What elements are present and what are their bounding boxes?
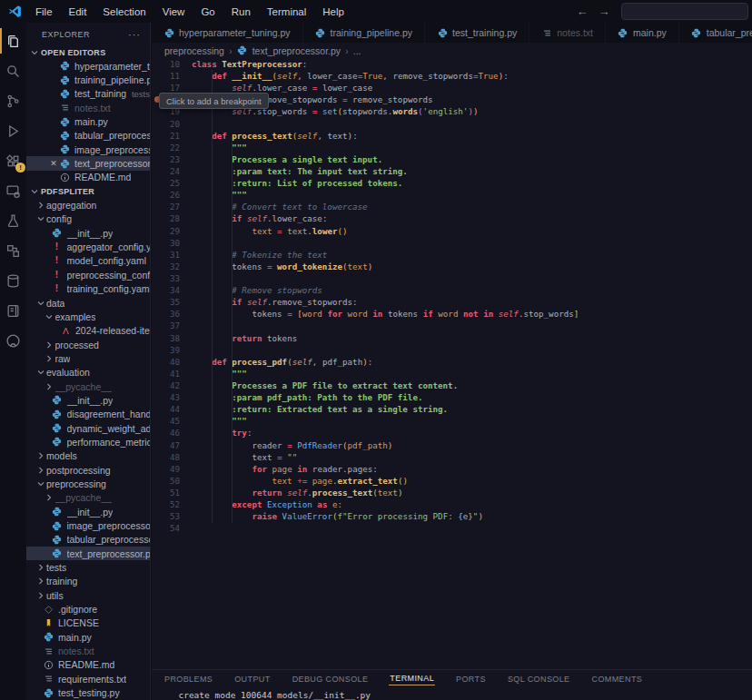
menu-file[interactable]: File	[27, 4, 61, 20]
menu-terminal[interactable]: Terminal	[259, 4, 314, 20]
line-number[interactable]: 28	[152, 213, 192, 223]
line-number[interactable]: 42	[152, 380, 192, 390]
tree-folder-evaluation[interactable]: evaluation	[26, 366, 150, 380]
code-line-21[interactable]: 21 def process_text(self, text):	[152, 130, 752, 142]
code-line-36[interactable]: 36 tokens = [word for word in tokens if …	[152, 308, 752, 320]
panel-tab-sql-console[interactable]: SQL CONSOLE	[507, 673, 571, 685]
folder-section-header[interactable]: PDFSPLITER	[26, 184, 150, 198]
remote-explorer-icon[interactable]	[0, 180, 26, 202]
open-editors-header[interactable]: OPEN EDITORS	[26, 45, 150, 59]
code-line-32[interactable]: 32 tokens = word_tokenize(text)	[152, 261, 752, 272]
line-number[interactable]: 40	[152, 357, 192, 367]
line-number[interactable]: 51	[152, 488, 192, 498]
code-line-52[interactable]: 52 except Exception as e:	[152, 498, 752, 510]
line-number[interactable]: 24	[152, 166, 192, 176]
line-number[interactable]: 54	[152, 523, 192, 533]
line-number[interactable]: 41	[152, 369, 192, 379]
code-line-49[interactable]: 49 for page in reader.pages:	[152, 463, 752, 475]
back-arrow-icon[interactable]: ←	[576, 5, 589, 18]
line-number[interactable]: 23	[152, 154, 192, 164]
code-line-35[interactable]: 35 if self.remove_stopwords:	[152, 296, 752, 308]
code-line-50[interactable]: 50 text += page.extract_text()	[152, 475, 752, 487]
breadcrumb-folder[interactable]: preprocessing	[164, 45, 224, 56]
tree-file-tabular_preprocessor.py[interactable]: tabular_preprocessor.py	[26, 533, 150, 547]
code-line-41[interactable]: 41 """	[152, 368, 752, 380]
tab-tabular_preprocessor.py[interactable]: tabular_preprocessor.py	[679, 23, 752, 43]
symbols-icon[interactable]	[0, 240, 26, 261]
github-icon[interactable]	[0, 330, 26, 351]
tab-main.py[interactable]: main.py	[606, 23, 679, 43]
code-line-40[interactable]: 40 def process_pdf(self, pdf_path):	[152, 356, 752, 368]
line-number[interactable]: 52	[152, 499, 192, 509]
code-line-31[interactable]: 31 # Tokenize the text	[152, 249, 752, 261]
line-number[interactable]: 38	[152, 333, 192, 343]
panel-tab-comments[interactable]: COMMENTS	[591, 673, 644, 685]
open-editor-item[interactable]: image_preprocesso...	[26, 143, 150, 156]
code-line-47[interactable]: 47 reader = PdfReader(pdf_path)	[152, 439, 752, 451]
open-editor-item[interactable]: test_training.pytests	[26, 87, 150, 101]
tree-file-README.md[interactable]: README.md	[26, 658, 150, 672]
line-number[interactable]: 31	[152, 250, 192, 260]
open-editor-item[interactable]: hyperparameter_tu...	[26, 59, 150, 73]
forward-arrow-icon[interactable]: →	[598, 5, 610, 18]
tree-folder-data[interactable]: data	[26, 296, 150, 310]
line-number[interactable]: 21	[152, 131, 192, 141]
code-line-54[interactable]: 54	[152, 522, 752, 534]
code-line-46[interactable]: 46 try:	[152, 427, 752, 439]
code-line-20[interactable]: 20	[152, 118, 752, 130]
extensions-icon[interactable]: !	[0, 150, 26, 172]
tree-folder-processed[interactable]: processed	[26, 338, 150, 351]
code-line-48[interactable]: 48 text = ""	[152, 451, 752, 463]
tree-folder-postprocessing[interactable]: postprocessing	[26, 463, 150, 477]
tree-file-main.py[interactable]: main.py	[26, 630, 150, 644]
panel-tab-debug-console[interactable]: DEBUG CONSOLE	[292, 673, 370, 685]
line-number[interactable]: 10	[152, 59, 192, 69]
tree-folder-examples[interactable]: examples	[26, 310, 150, 323]
line-number[interactable]: 33	[152, 273, 192, 283]
line-number[interactable]: 48	[152, 452, 192, 462]
run-debug-icon[interactable]	[0, 120, 26, 142]
code-line-10[interactable]: 10class TextPreprocessor:	[152, 58, 752, 70]
tree-folder-__pycache__[interactable]: __pycache__	[26, 491, 150, 505]
source-control-icon[interactable]	[0, 90, 26, 112]
code-line-22[interactable]: 22 """	[152, 142, 752, 153]
line-number[interactable]: 11	[152, 71, 192, 81]
tree-file-__init__.py[interactable]: __init__.py	[26, 505, 150, 518]
code-line-26[interactable]: 26 """	[152, 189, 752, 201]
tree-file-requirements.txt[interactable]: requirements.txt	[26, 672, 150, 685]
tree-file-performance_metrics.py[interactable]: performance_metrics.py	[26, 435, 150, 449]
menu-run[interactable]: Run	[223, 4, 259, 20]
line-number[interactable]: 39	[152, 345, 192, 355]
notebook-icon[interactable]	[0, 300, 26, 321]
tree-file-test_testing.py[interactable]: test_testing.py	[26, 685, 150, 699]
code-line-28[interactable]: 28 if self.lower_case:	[152, 212, 752, 224]
line-number[interactable]: 44	[152, 404, 192, 414]
code-editor[interactable]: 10class TextPreprocessor:11 def __init__…	[152, 58, 752, 670]
code-line-29[interactable]: 29 text = text.lower()	[152, 225, 752, 237]
code-line-37[interactable]: 37	[152, 320, 752, 331]
search-icon[interactable]	[0, 60, 26, 82]
tree-folder-config[interactable]: config	[26, 212, 150, 226]
line-number[interactable]: 53	[152, 511, 192, 521]
menu-help[interactable]: Help	[314, 4, 352, 20]
code-line-27[interactable]: 27 # Convert text to lowercase	[152, 201, 752, 212]
line-number[interactable]: 25	[152, 178, 192, 188]
tree-file-text_preprocessor.py[interactable]: text_preprocessor.py	[26, 547, 150, 560]
tab-training_pipeline.py[interactable]: training_pipeline.py	[303, 23, 425, 43]
code-line-34[interactable]: 34 # Remove stopwords	[152, 284, 752, 296]
line-number[interactable]: 43	[152, 392, 192, 402]
line-number[interactable]: 27	[152, 202, 192, 212]
tab-test_training.py[interactable]: test_training.py	[425, 23, 529, 43]
tree-file-2024-released-items-...[interactable]: 2024-released-items-...	[26, 324, 150, 338]
tree-file-.gitignore[interactable]: .gitignore	[26, 602, 150, 616]
code-line-25[interactable]: 25 :return: List of processed tokens.	[152, 177, 752, 189]
line-number[interactable]: 17	[152, 83, 192, 93]
breadcrumb[interactable]: preprocessing›text_preprocessor.py›...	[152, 43, 752, 58]
tab-hyperparameter_tuning.py[interactable]: hyperparameter_tuning.py	[152, 23, 303, 43]
code-line-24[interactable]: 24 :param text: The input text string.	[152, 165, 752, 177]
line-number[interactable]: 36	[152, 309, 192, 319]
open-editor-item[interactable]: notes.txt	[26, 101, 150, 114]
command-palette-box[interactable]	[621, 3, 748, 20]
line-number[interactable]: 22	[152, 143, 192, 153]
code-line-39[interactable]: 39	[152, 344, 752, 356]
